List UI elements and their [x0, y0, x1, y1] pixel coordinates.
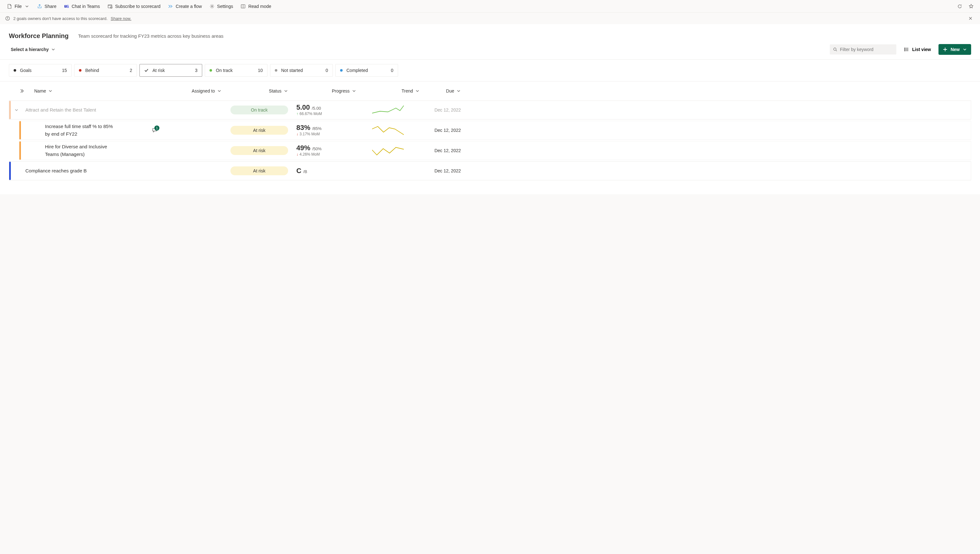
goal-row[interactable]: Increase full time staff % to 85% by end…: [19, 121, 971, 140]
goal-row[interactable]: Hire for Diverse and Inclusive Teams (Ma…: [19, 141, 971, 160]
filter-label: At risk: [153, 68, 191, 73]
star-icon: [969, 4, 974, 9]
filter-pill-completed[interactable]: Completed0: [335, 64, 398, 77]
filter-pill-ontrack[interactable]: On track10: [205, 64, 267, 77]
filter-pill-atrisk[interactable]: At risk3: [140, 64, 202, 77]
notice-close-button[interactable]: [966, 14, 975, 23]
status-pill: On track: [231, 105, 288, 115]
chevron-down-icon: [457, 89, 461, 93]
collapse-toggle[interactable]: [9, 108, 24, 112]
column-label: Due: [446, 88, 454, 94]
chevron-down-icon: [48, 89, 52, 93]
status-dot: [340, 69, 343, 72]
file-label: File: [14, 4, 22, 9]
goal-name: Compliance reaches grade B: [24, 167, 149, 175]
filter-pill-behind[interactable]: Behind2: [74, 64, 137, 77]
table-header: Name Assigned to Status Progress Trend D…: [0, 81, 980, 100]
column-due[interactable]: Due: [419, 88, 461, 94]
filter-pill-notstarted[interactable]: Not started0: [270, 64, 333, 77]
column-assigned[interactable]: Assigned to: [148, 88, 221, 94]
goal-row[interactable]: Compliance reaches grade B At risk C /B …: [9, 161, 971, 180]
chevron-down-icon: [24, 4, 29, 9]
filter-count: 10: [258, 68, 263, 73]
filter-pill-goals[interactable]: Goals15: [9, 64, 72, 77]
chevron-down-icon: [415, 89, 419, 93]
column-progress[interactable]: Progress: [288, 88, 356, 94]
page-header: Workforce Planning Team scorecard for tr…: [0, 24, 980, 60]
read-mode-button[interactable]: Read mode: [237, 1, 274, 11]
status-cell: On track: [221, 105, 288, 115]
chevron-down-icon: [218, 89, 221, 93]
arrow-down-icon: ↓: [296, 132, 298, 136]
list-icon: [904, 47, 909, 52]
progress-target: /50%: [312, 146, 322, 151]
progress-delta: ↓ 3.17% MoM: [296, 132, 356, 136]
chevron-down-icon: [14, 108, 18, 112]
hierarchy-selector[interactable]: Select a hierarchy: [9, 45, 57, 54]
check-icon: [144, 68, 149, 73]
search-input[interactable]: [840, 47, 893, 52]
status-dot: [14, 69, 16, 72]
rows-container: Attract and Retain the Best Talent On tr…: [0, 100, 980, 194]
read-icon: [240, 4, 246, 9]
list-view-button[interactable]: List view: [901, 45, 934, 54]
svg-point-13: [905, 50, 905, 51]
chat-teams-button[interactable]: T Chat in Teams: [61, 1, 103, 11]
filter-label: On track: [216, 68, 254, 73]
svg-rect-3: [67, 6, 69, 8]
subscribe-label: Subscribe to scorecard: [115, 4, 161, 9]
settings-label: Settings: [217, 4, 233, 9]
filter-count: 3: [195, 68, 197, 73]
goal-row-parent[interactable]: Attract and Retain the Best Talent On tr…: [9, 100, 971, 119]
close-icon: [969, 16, 972, 20]
settings-button[interactable]: Settings: [206, 1, 237, 11]
subscribe-button[interactable]: Subscribe to scorecard: [104, 1, 164, 11]
search-icon: [833, 47, 837, 52]
create-flow-button[interactable]: Create a flow: [165, 1, 205, 11]
notice-text: 2 goals owners don't have access to this…: [13, 16, 107, 21]
column-status[interactable]: Status: [221, 88, 288, 94]
comments-indicator[interactable]: 1: [152, 127, 158, 133]
sparkline: [372, 126, 404, 135]
search-box[interactable]: [830, 45, 896, 54]
hierarchy-label: Select a hierarchy: [11, 47, 49, 52]
new-button[interactable]: New: [939, 44, 971, 55]
chevron-down-icon: [51, 48, 55, 51]
due-date: Dec 12, 2022: [420, 148, 461, 153]
refresh-button[interactable]: [955, 1, 965, 11]
column-trend[interactable]: Trend: [356, 88, 419, 94]
info-icon: [5, 16, 10, 21]
column-label: Status: [269, 88, 282, 94]
favorite-button[interactable]: [966, 1, 976, 11]
chevron-down-icon: [963, 48, 967, 51]
flow-icon: [168, 4, 173, 9]
progress-delta: ↓ 4.26% MoM: [296, 152, 356, 156]
goal-name: Hire for Diverse and Inclusive Teams (Ma…: [33, 143, 149, 158]
column-label: Name: [34, 88, 46, 94]
share-button[interactable]: Share: [34, 1, 60, 11]
expand-all-button[interactable]: [9, 89, 34, 93]
progress-cell: 83% /85% ↓ 3.17% MoM: [288, 124, 356, 136]
status-cell: At risk: [221, 146, 288, 155]
filter-label: Behind: [85, 68, 126, 73]
page-description: Team scorecard for tracking FY23 metrics…: [78, 33, 224, 39]
due-date: Dec 12, 2022: [420, 168, 461, 174]
progress-value: C: [296, 167, 301, 175]
progress-value: 5.00: [296, 103, 310, 111]
svg-point-12: [905, 49, 905, 50]
delta-text: 3.17% MoM: [299, 132, 320, 136]
notice-link[interactable]: Share now.: [111, 16, 131, 21]
read-label: Read mode: [248, 4, 271, 9]
progress-target: /85%: [312, 126, 322, 131]
column-name[interactable]: Name: [34, 88, 148, 94]
svg-point-2: [67, 5, 68, 6]
file-menu-button[interactable]: File: [4, 1, 33, 11]
trend-sparkline: [356, 104, 420, 116]
trend-sparkline: [356, 124, 420, 136]
chevron-down-icon: [352, 89, 356, 93]
gear-icon: [210, 4, 215, 9]
due-date: Dec 12, 2022: [420, 128, 461, 133]
status-pill: At risk: [231, 166, 288, 175]
delta-text: 4.26% MoM: [299, 152, 320, 156]
progress-cell: 5.00 /5.00 ↑ 66.67% MoM: [288, 104, 356, 116]
